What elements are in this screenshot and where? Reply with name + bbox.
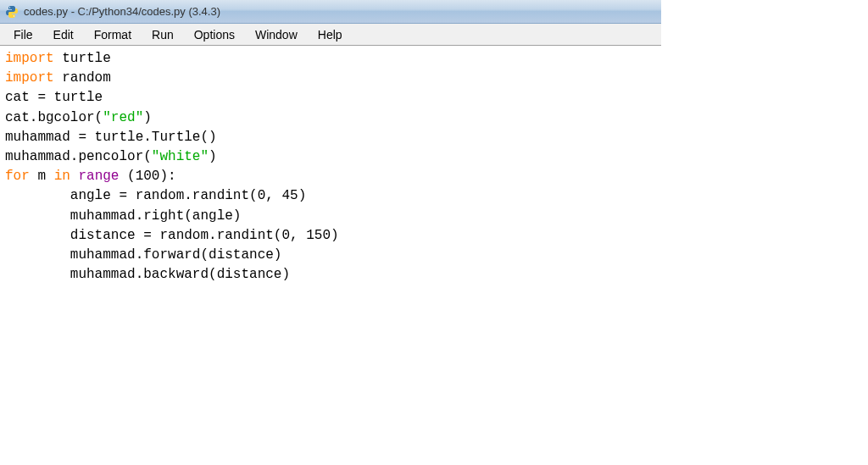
svg-point-1: [14, 15, 14, 16]
code-text: ): [143, 110, 152, 125]
code-text: (100):: [119, 169, 175, 184]
code-text: cat.bgcolor(: [5, 110, 103, 125]
string-literal: "red": [103, 110, 143, 125]
code-text: muhammad.pencolor(: [5, 149, 152, 164]
menu-options[interactable]: Options: [184, 25, 245, 44]
code-text: [70, 169, 79, 184]
kw-for: for: [5, 169, 30, 184]
code-text: ): [209, 149, 217, 164]
svg-point-0: [9, 7, 10, 8]
title-bar[interactable]: codes.py - C:/Python34/codes.py (3.4.3): [0, 0, 661, 24]
builtin-range: range: [78, 169, 119, 184]
menu-format[interactable]: Format: [84, 25, 142, 44]
code-text: muhammad = turtle.Turtle(): [5, 130, 217, 145]
code-text: turtle: [54, 51, 111, 66]
menu-run[interactable]: Run: [142, 25, 184, 44]
kw-in: in: [54, 169, 70, 184]
python-icon: [5, 5, 19, 19]
code-text: distance = random.randint(0, 150): [5, 228, 339, 243]
menu-edit[interactable]: Edit: [43, 25, 84, 44]
menu-file[interactable]: File: [3, 25, 43, 44]
code-text: angle = random.randint(0, 45): [5, 188, 306, 203]
code-editor[interactable]: import turtle import random cat = turtle…: [0, 46, 661, 288]
code-text: m: [30, 169, 54, 184]
editor-window: codes.py - C:/Python34/codes.py (3.4.3) …: [0, 0, 661, 288]
code-text: random: [54, 70, 111, 86]
code-text: muhammad.right(angle): [5, 208, 241, 224]
code-text: muhammad.backward(distance): [5, 267, 290, 282]
kw-import: import: [5, 51, 54, 66]
menu-window[interactable]: Window: [245, 25, 308, 44]
code-text: cat = turtle: [5, 90, 103, 105]
code-text: muhammad.forward(distance): [5, 247, 281, 263]
menu-help[interactable]: Help: [308, 25, 353, 44]
menu-bar: File Edit Format Run Options Window Help: [0, 24, 661, 46]
kw-import: import: [5, 70, 54, 86]
window-title: codes.py - C:/Python34/codes.py (3.4.3): [24, 5, 220, 18]
string-literal: "white": [152, 149, 209, 164]
